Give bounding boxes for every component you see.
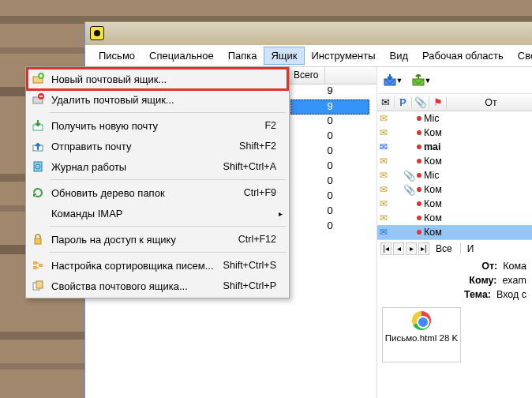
pager-info: И (460, 243, 474, 254)
app-window: ПисьмоСпециальноеПапкаЯщикИнструментыВид… (84, 21, 532, 398)
folder-count-row[interactable]: 0 (290, 115, 369, 130)
message-from: Ком (424, 184, 530, 195)
menu-специальное[interactable]: Специальное (142, 47, 221, 65)
unread-dot-icon (417, 130, 421, 135)
message-from: Ком (424, 212, 530, 223)
col-parking-icon[interactable]: P (395, 97, 412, 108)
menu-item--[interactable]: Пароль на доступ к ящикуCtrl+F12 (28, 229, 287, 250)
message-list-header[interactable]: ✉ P 📎 ⚑ От (377, 94, 532, 111)
folder-count-row[interactable]: 0 (290, 175, 369, 190)
pager-next[interactable]: ▸ (406, 242, 417, 255)
pager-last[interactable]: ▸| (418, 242, 429, 255)
message-from: Ком (424, 227, 530, 238)
menu-item-label: Получить новую почту (48, 120, 264, 132)
menu-item--[interactable]: Настройка сортировщика писем...Shift+Ctr… (28, 255, 287, 276)
menu-item-shortcut: F2 (264, 120, 287, 131)
preview-subject-label: Тема: (464, 289, 491, 300)
envelope-icon: ✉ (380, 127, 388, 138)
folder-count-row[interactable]: 0 (290, 145, 369, 160)
message-list[interactable]: ✉ P 📎 ⚑ От ✉Mic✉Ком✉mai✉Ком✉📎Mic✉📎Ком✉Ко… (377, 94, 532, 239)
message-row[interactable]: ✉Ком (377, 211, 532, 225)
menu-item--[interactable]: Обновить дерево папокCtrl+F9 (28, 182, 287, 203)
pager-first[interactable]: |◂ (380, 242, 392, 255)
menu-item--[interactable]: Свойства почтового ящика...Shift+Ctrl+P (28, 276, 287, 296)
menu-ящик[interactable]: Ящик (264, 47, 304, 65)
menu-item-shortcut: Ctrl+F9 (244, 187, 287, 198)
menu-инструменты[interactable]: Инструменты (305, 47, 383, 65)
message-row[interactable]: ✉Ком (377, 126, 532, 140)
menu-письмо[interactable]: Письмо (92, 47, 142, 65)
menu-вид[interactable]: Вид (383, 47, 416, 65)
pager-all[interactable]: Все (436, 243, 452, 254)
envelope-icon: ✉ (380, 198, 388, 209)
menu-item--[interactable]: Отправить почтуShift+F2 (28, 136, 287, 156)
menu-item-label: Настройка сортировщика писем... (48, 260, 223, 272)
menu-папка[interactable]: Папка (221, 47, 264, 65)
folder-count-row[interactable]: 9 (290, 100, 369, 115)
message-from: Ком (424, 127, 530, 138)
menu-свойства[interactable]: Свойства (511, 47, 532, 65)
message-from: mai (424, 141, 530, 152)
col-total[interactable]: Всего (287, 67, 325, 84)
attachment-size: 28 K (440, 333, 459, 343)
message-row[interactable]: ✉📎Mic (377, 168, 532, 182)
folder-count-row[interactable]: 0 (290, 190, 369, 205)
titlebar[interactable] (85, 22, 532, 45)
col-from[interactable]: От (447, 97, 532, 108)
menu-item-label: Журнал работы (48, 161, 223, 173)
unread-dot-icon (417, 201, 421, 206)
refresh-icon (28, 186, 48, 199)
send-button[interactable]: ▼ (410, 71, 433, 90)
unread-dot-icon (417, 145, 421, 149)
message-row[interactable]: ✉Mic (377, 111, 532, 126)
mailbox-menu-dropdown[interactable]: Новый почтовый ящик...Удалить почтовый я… (25, 66, 290, 298)
message-row[interactable]: ✉Ком (377, 197, 532, 211)
menu-item-label: Команды IMAP (48, 208, 287, 220)
message-row[interactable]: ✉Ком (377, 154, 532, 168)
menu-item--[interactable]: Удалить почтовый ящик... (28, 89, 287, 110)
folder-pane: чита... Всего 9900000000 Новый почтовый … (85, 67, 377, 398)
message-from: Ком (424, 198, 530, 209)
col-flag-icon[interactable]: ⚑ (429, 96, 447, 108)
pager-prev[interactable]: ◂ (393, 242, 404, 255)
envelope-icon: ✉ (380, 113, 388, 124)
folder-count-row[interactable]: 0 (290, 220, 369, 235)
chrome-icon (412, 311, 431, 330)
menu-item-label: Новый почтовый ящик... (48, 73, 287, 85)
menu-item-label: Обновить дерево папок (48, 187, 244, 199)
message-pane: ▼ ▼ ✉ P 📎 ⚑ От ✉Mic✉Ком✉mai✉Ком✉📎Mic✉📎Ко… (377, 67, 532, 398)
menu-item-shortcut: Ctrl+F12 (238, 234, 287, 245)
journal-icon (28, 160, 48, 173)
toolbar: ▼ ▼ (377, 67, 532, 94)
menu-item--imap[interactable]: Команды IMAP▸ (28, 203, 287, 223)
menubar[interactable]: ПисьмоСпециальноеПапкаЯщикИнструментыВид… (85, 45, 532, 67)
menu-item--[interactable]: Получить новую почтуF2 (28, 115, 287, 136)
message-row[interactable]: ✉📎Ком (377, 182, 532, 197)
clip-icon: 📎 (403, 170, 414, 182)
mailbox-add-icon (28, 73, 48, 85)
folder-count-row[interactable]: 0 (290, 160, 369, 175)
menu-item--[interactable]: Журнал работыShift+Ctrl+A (28, 156, 287, 177)
col-envelope-icon[interactable]: ✉ (377, 96, 395, 108)
menu-рабочая область[interactable]: Рабочая область (415, 47, 511, 65)
envelope-icon: ✉ (380, 212, 388, 223)
app-icon (90, 26, 104, 40)
send-icon (28, 140, 48, 152)
message-row[interactable]: ✉mai (377, 140, 532, 154)
envelope-icon: ✉ (380, 227, 388, 238)
message-row[interactable]: ✉Ком (377, 225, 532, 239)
menu-item--[interactable]: Новый почтовый ящик... (28, 69, 287, 89)
svg-rect-8 (35, 238, 41, 244)
folder-count-row[interactable]: 0 (290, 130, 369, 145)
attachment-name: Письмо.html (385, 333, 437, 343)
attachment[interactable]: Письмо.html 28 K (382, 307, 461, 362)
unread-dot-icon (417, 187, 421, 192)
preview-to: exam (502, 275, 526, 286)
svg-rect-13 (36, 281, 43, 288)
unread-dot-icon (417, 230, 421, 235)
col-attach-icon[interactable]: 📎 (412, 96, 429, 108)
receive-button[interactable]: ▼ (382, 71, 404, 90)
message-pager[interactable]: |◂ ◂ ▸ ▸| Все И (377, 239, 532, 257)
folder-count-row[interactable]: 0 (290, 205, 369, 220)
folder-count-row[interactable]: 9 (290, 84, 369, 100)
